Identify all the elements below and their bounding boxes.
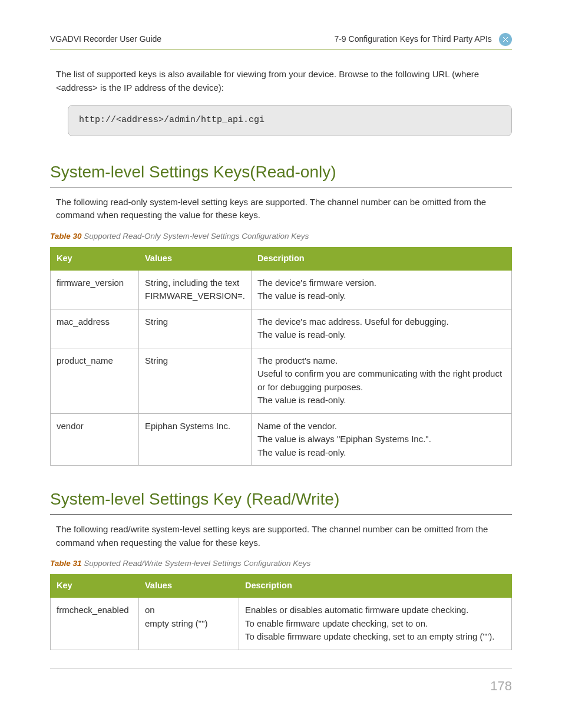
table30-label: Table 30 xyxy=(50,232,82,241)
section1-intro: The following read-only system-level set… xyxy=(56,196,512,222)
table30-th-values: Values xyxy=(139,247,252,270)
table30-key-cell: mac_address xyxy=(51,309,139,348)
table31-th-key: Key xyxy=(51,575,139,598)
table30-values-cell: String, including the text FIRMWARE_VERS… xyxy=(139,270,252,309)
table-row: mac_addressStringThe device's mac addres… xyxy=(51,309,512,348)
table31-th-values: Values xyxy=(139,575,239,598)
table30-values-cell: Epiphan Systems Inc. xyxy=(139,413,252,466)
table-row: frmcheck_enabledonempty string ("")Enabl… xyxy=(51,598,512,650)
table31: Key Values Description frmcheck_enabledo… xyxy=(50,574,512,650)
header-right: 7-9 Configuration Keys for Third Party A… xyxy=(334,34,491,44)
table30-values-cell: String xyxy=(139,309,252,348)
table30-description-cell: The product's name.Useful to confirm you… xyxy=(251,348,511,413)
table30-th-key: Key xyxy=(51,247,139,270)
table31-th-description: Description xyxy=(239,575,512,598)
table31-caption: Table 31 Supported Read/Write System-lev… xyxy=(50,558,512,569)
section2-intro: The following read/write system-level se… xyxy=(56,523,512,549)
brand-icon xyxy=(499,33,512,46)
table31-values-cell: onempty string ("") xyxy=(139,598,239,650)
table30-key-cell: firmware_version xyxy=(51,270,139,309)
url-code-block: http://<address>/admin/http_api.cgi xyxy=(68,105,512,136)
table30: Key Values Description firmware_versionS… xyxy=(50,247,512,466)
table30-description-cell: Name of the vendor.The value is always "… xyxy=(251,413,511,466)
table31-key-cell: frmcheck_enabled xyxy=(51,598,139,650)
table30-key-cell: vendor xyxy=(51,413,139,466)
page-number: 178 xyxy=(490,676,512,696)
table30-caption-text: Supported Read-Only System-level Setting… xyxy=(84,232,309,241)
table30-caption: Table 30 Supported Read-Only System-leve… xyxy=(50,230,512,242)
page-header: VGADVI Recorder User Guide 7-9 Configura… xyxy=(50,32,512,50)
header-left: VGADVI Recorder User Guide xyxy=(50,33,161,45)
footer-rule xyxy=(50,668,512,669)
table31-description-cell: Enables or disables automatic firmware u… xyxy=(239,598,512,650)
table30-values-cell: String xyxy=(139,348,252,413)
section1-heading: System-level Settings Keys(Read-only) xyxy=(50,160,512,187)
table30-description-cell: The device's firmware version.The value … xyxy=(251,270,511,309)
table-row: firmware_versionString, including the te… xyxy=(51,270,512,309)
table30-description-cell: The device's mac address. Useful for deb… xyxy=(251,309,511,348)
table31-caption-text: Supported Read/Write System-level Settin… xyxy=(84,559,310,568)
table-row: product_nameStringThe product's name.Use… xyxy=(51,348,512,413)
header-right-wrap: 7-9 Configuration Keys for Third Party A… xyxy=(334,32,512,46)
table30-th-description: Description xyxy=(251,247,511,270)
table31-label: Table 31 xyxy=(50,559,82,568)
table-row: vendorEpiphan Systems Inc.Name of the ve… xyxy=(51,413,512,466)
table30-key-cell: product_name xyxy=(51,348,139,413)
intro-paragraph: The list of supported keys is also avail… xyxy=(56,68,512,94)
section2-heading: System-level Settings Key (Read/Write) xyxy=(50,487,512,515)
